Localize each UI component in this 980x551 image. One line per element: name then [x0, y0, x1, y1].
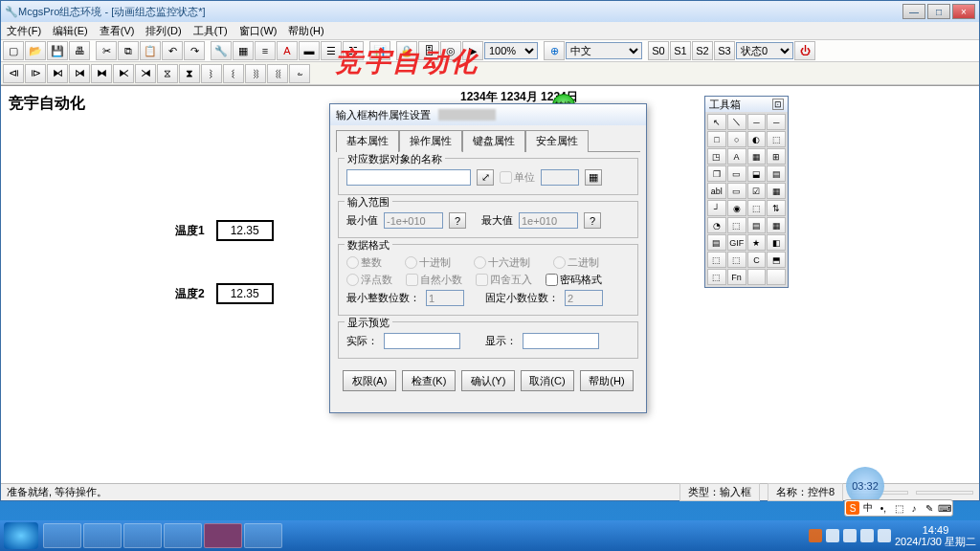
palette-tool-26[interactable]: ▤: [747, 217, 767, 233]
palette-tool-17[interactable]: ▭: [727, 183, 746, 199]
palette-tool-37[interactable]: Fn: [727, 269, 746, 285]
system-tray[interactable]: 14:49 2024/1/30 星期二: [809, 524, 976, 547]
align-left-icon[interactable]: ⧏: [3, 64, 24, 83]
palette-tool-4[interactable]: □: [707, 131, 726, 147]
ok-button[interactable]: 确认(Y): [461, 370, 515, 391]
text-icon[interactable]: A: [277, 41, 298, 60]
unit-browse-button[interactable]: ▦: [585, 169, 602, 186]
fix-dec-input[interactable]: [565, 290, 603, 306]
maximize-button[interactable]: □: [927, 4, 950, 19]
temp1-value[interactable]: 12.35: [216, 220, 274, 241]
task-item[interactable]: [204, 523, 242, 548]
align-top-icon[interactable]: ⧒: [69, 64, 90, 83]
menu-help[interactable]: 帮助(H): [288, 24, 323, 38]
palette-tool-25[interactable]: ⬚: [727, 217, 746, 233]
palette-tool-16[interactable]: abl: [707, 183, 726, 199]
open-icon[interactable]: 📂: [25, 41, 46, 60]
menu-view[interactable]: 查看(V): [100, 24, 135, 38]
palette-tool-7[interactable]: ⬚: [767, 131, 786, 147]
menu-arrange[interactable]: 排列(D): [145, 24, 181, 38]
state-select[interactable]: 状态0: [736, 42, 793, 59]
object-browse-button[interactable]: ⤢: [477, 169, 494, 186]
task-item[interactable]: [43, 523, 81, 548]
size-w-icon[interactable]: ⧗: [179, 64, 200, 83]
palette-tool-20[interactable]: ┘: [707, 200, 726, 216]
tray-icon[interactable]: [860, 529, 874, 542]
radio-dec[interactable]: 十进制: [405, 255, 451, 270]
palette-tool-34[interactable]: C: [747, 252, 767, 268]
play-icon[interactable]: ▶: [462, 41, 483, 60]
palette-tool-13[interactable]: ▭: [727, 165, 746, 182]
align-bot-icon[interactable]: ⧔: [113, 64, 134, 83]
tab-basic[interactable]: 基本属性: [336, 130, 399, 152]
tab-operation[interactable]: 操作属性: [399, 130, 462, 152]
help-button[interactable]: 帮助(H): [580, 370, 634, 391]
tool-icon[interactable]: 🔧: [211, 41, 232, 60]
cut-icon[interactable]: ✂: [96, 41, 117, 60]
start-button[interactable]: [4, 522, 38, 549]
palette-tool-14[interactable]: ⬓: [747, 165, 767, 182]
palette-tool-38[interactable]: [747, 269, 767, 285]
dist-h-icon[interactable]: ⧕: [135, 64, 156, 83]
palette-tool-33[interactable]: ⬚: [727, 252, 746, 268]
min-help-button[interactable]: ?: [449, 212, 466, 229]
zoom-select[interactable]: 100%: [484, 42, 538, 59]
save-icon[interactable]: 💾: [47, 41, 68, 60]
ungroup-icon[interactable]: ⧜: [289, 64, 310, 83]
palette-tool-36[interactable]: ⬚: [707, 269, 726, 285]
s0-button[interactable]: S0: [648, 41, 669, 60]
temp2-value[interactable]: 12.35: [216, 283, 274, 304]
align-icon[interactable]: ≡: [255, 41, 276, 60]
chk-round[interactable]: 四舍五入: [476, 273, 532, 287]
palette-tool-8[interactable]: ◳: [707, 148, 726, 165]
close-button[interactable]: ×: [952, 4, 975, 19]
db-icon[interactable]: 🗄: [418, 41, 439, 60]
palette-tool-12[interactable]: ❒: [707, 165, 726, 182]
palette-tool-35[interactable]: ⬒: [767, 252, 786, 268]
palette-tool-6[interactable]: ◐: [747, 131, 767, 147]
align-center-icon[interactable]: ⧐: [25, 64, 46, 83]
palette-tool-2[interactable]: ─: [747, 114, 767, 130]
palette-tool-1[interactable]: ＼: [727, 114, 746, 130]
size-h-icon[interactable]: ⧘: [201, 64, 222, 83]
s2-button[interactable]: S2: [692, 41, 713, 60]
unit-checkbox[interactable]: 单位: [500, 170, 535, 185]
palette-tool-11[interactable]: ⊞: [767, 148, 786, 165]
max-input[interactable]: [519, 212, 578, 229]
radio-int[interactable]: 整数: [346, 255, 382, 270]
palette-tool-39[interactable]: [767, 269, 786, 285]
s3-button[interactable]: S3: [714, 41, 735, 60]
min-input[interactable]: [384, 212, 443, 229]
palette-tool-31[interactable]: ◧: [767, 234, 786, 251]
check-button[interactable]: 检查(K): [402, 370, 456, 391]
front-icon[interactable]: ⧙: [223, 64, 244, 83]
grid-icon[interactable]: ▦: [233, 41, 254, 60]
redo-icon[interactable]: ↷: [184, 41, 205, 60]
s1-button[interactable]: S1: [670, 41, 691, 60]
palette-tool-5[interactable]: ○: [727, 131, 746, 147]
dialog-titlebar[interactable]: 输入框构件属性设置: [330, 104, 646, 125]
ime-icon[interactable]: S: [846, 501, 859, 515]
undo-icon[interactable]: ↶: [162, 41, 183, 60]
paste-icon[interactable]: 📋: [140, 41, 161, 60]
lock-icon[interactable]: 🔒: [396, 41, 417, 60]
palette-tool-24[interactable]: ◔: [707, 217, 726, 233]
palette-tool-0[interactable]: ↖: [707, 114, 726, 130]
new-icon[interactable]: ▢: [3, 41, 24, 60]
chk-password[interactable]: 密码格式: [546, 273, 602, 287]
palette-tool-32[interactable]: ⬚: [707, 252, 726, 268]
align-mid-icon[interactable]: ⧓: [91, 64, 112, 83]
menu-edit[interactable]: 编辑(E): [53, 24, 88, 38]
palette-title[interactable]: 工具箱 ⊡: [705, 97, 788, 112]
palette-tool-9[interactable]: A: [727, 148, 746, 165]
radio-hex[interactable]: 十六进制: [474, 255, 530, 270]
tray-icon[interactable]: [843, 529, 857, 542]
group-icon[interactable]: ⧛: [267, 64, 288, 83]
net-icon[interactable]: ◎: [440, 41, 461, 60]
fill-icon[interactable]: ▬: [299, 41, 320, 60]
palette-close-icon[interactable]: ⊡: [772, 99, 784, 110]
toolbox-palette[interactable]: 工具箱 ⊡ ↖＼──□○◐⬚◳A▦⊞❒▭⬓▤abl▭☑▦┘◉⬚⇅◔⬚▤▦▤GIF…: [704, 96, 789, 288]
lang-icon[interactable]: ⊕: [544, 41, 565, 60]
palette-tool-28[interactable]: ▤: [707, 234, 726, 251]
minimize-button[interactable]: —: [902, 4, 925, 19]
